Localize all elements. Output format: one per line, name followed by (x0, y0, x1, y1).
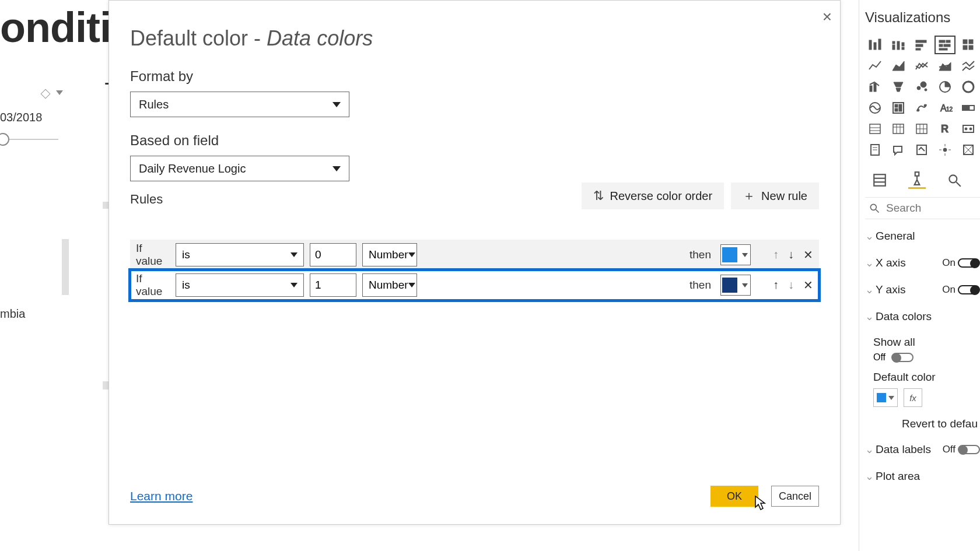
viz-type-icon[interactable] (958, 78, 978, 96)
move-down-icon[interactable]: ↓ (788, 248, 794, 262)
viz-type-icon[interactable] (912, 78, 932, 96)
learn-more-link[interactable]: Learn more (130, 489, 192, 503)
svg-rect-22 (870, 86, 872, 92)
svg-text:12: 12 (946, 106, 953, 113)
color-picker[interactable] (720, 244, 751, 265)
visualizations-title: Visualizations (865, 9, 980, 26)
move-up-icon[interactable]: ↑ (773, 278, 779, 292)
viz-type-icon[interactable] (865, 57, 885, 75)
show-all-toggle[interactable] (891, 353, 914, 362)
format-item-y-axis[interactable]: ⌄ Y axis On (865, 276, 980, 303)
dialog-footer: Learn more OK Cancel (130, 486, 819, 507)
svg-rect-7 (902, 43, 904, 46)
value-type-select[interactable]: Number (362, 273, 417, 297)
viz-type-icon[interactable] (958, 141, 978, 159)
data-labels-toggle[interactable] (958, 445, 980, 454)
reverse-color-order-button[interactable]: ⇅ Reverse color order (582, 183, 724, 209)
svg-marker-25 (896, 88, 901, 92)
viz-type-icon[interactable] (888, 99, 908, 117)
chevron-down-icon (332, 166, 341, 171)
then-label: then (690, 248, 711, 261)
chevron-down-icon: ⌄ (865, 443, 876, 456)
svg-rect-16 (963, 40, 967, 44)
svg-point-37 (924, 104, 926, 107)
cancel-button[interactable]: Cancel (771, 486, 819, 507)
format-item-x-axis[interactable]: ⌄ X axis On (865, 250, 980, 276)
format-tab[interactable] (908, 171, 926, 189)
value-input[interactable] (310, 243, 356, 266)
ok-button[interactable]: OK (710, 486, 758, 507)
revert-to-default[interactable]: Revert to defau (873, 417, 980, 430)
viz-type-icon[interactable] (912, 141, 932, 159)
viz-type-icon[interactable] (912, 99, 932, 117)
svg-rect-17 (969, 40, 973, 44)
viz-type-icon[interactable] (958, 99, 978, 117)
format-search[interactable] (865, 197, 980, 219)
format-item-data-labels[interactable]: ⌄ Data labels Off (865, 436, 980, 463)
viz-type-icon[interactable] (865, 99, 885, 117)
format-item-general[interactable]: ⌄ General (865, 223, 980, 250)
format-item-plot-area[interactable]: ⌄ Plot area (865, 463, 980, 490)
format-by-select[interactable]: Rules (130, 92, 349, 117)
svg-rect-6 (892, 41, 895, 44)
bar-segment (62, 239, 69, 295)
svg-line-74 (956, 182, 961, 187)
value-input[interactable] (310, 273, 356, 297)
new-rule-button[interactable]: ＋ New rule (731, 183, 819, 209)
viz-type-icon[interactable] (958, 120, 978, 138)
svg-point-28 (925, 89, 927, 91)
format-item-data-colors[interactable]: ⌄ Data colors (865, 303, 980, 330)
svg-rect-18 (963, 45, 967, 50)
svg-rect-42 (870, 124, 880, 134)
visualizations-pane: Visualizations A12R ⌄ General ⌄ X axis O… (859, 0, 980, 551)
value-type-select[interactable]: Number (362, 243, 417, 266)
analytics-tab[interactable] (946, 171, 963, 189)
default-color-label: Default color (873, 371, 980, 384)
default-color-picker[interactable] (873, 388, 898, 407)
delete-rule-icon[interactable]: ✕ (803, 278, 813, 292)
chevron-down-icon (888, 396, 894, 400)
viz-type-icon[interactable] (865, 78, 885, 96)
fx-button[interactable]: fx (904, 388, 922, 407)
viz-type-icon[interactable] (935, 57, 955, 75)
search-input[interactable] (886, 202, 962, 215)
viz-type-icon[interactable] (888, 141, 908, 159)
viz-type-icon[interactable] (958, 36, 978, 54)
y-axis-toggle[interactable] (958, 285, 980, 294)
viz-type-icon[interactable] (912, 120, 932, 138)
svg-rect-15 (939, 48, 947, 50)
viz-type-icon[interactable] (888, 120, 908, 138)
delete-rule-icon[interactable]: ✕ (803, 248, 813, 262)
viz-type-icon[interactable] (935, 78, 955, 96)
svg-rect-33 (895, 104, 898, 107)
viz-type-icon[interactable] (935, 141, 955, 159)
svg-text:R: R (941, 123, 949, 135)
viz-type-icon[interactable] (935, 36, 955, 54)
viz-type-icon[interactable] (865, 120, 885, 138)
viz-type-icon[interactable]: A12 (935, 99, 955, 117)
move-up-icon[interactable]: ↑ (773, 248, 779, 262)
svg-rect-41 (963, 106, 970, 110)
viz-type-icon[interactable] (912, 57, 932, 75)
viz-type-icon[interactable] (888, 36, 908, 54)
svg-point-75 (870, 204, 876, 210)
viz-type-icon[interactable]: R (935, 120, 955, 138)
chevron-down-icon: ⌄ (865, 283, 876, 296)
based-on-field-select[interactable]: Daily Revenue Logic (130, 156, 349, 181)
viz-type-icon[interactable] (958, 57, 978, 75)
operator-select[interactable]: is (176, 273, 304, 297)
operator-select[interactable]: is (176, 243, 304, 266)
slider-handle[interactable] (0, 133, 9, 146)
x-axis-toggle[interactable] (958, 258, 980, 268)
close-button[interactable]: × (822, 9, 832, 25)
svg-rect-8 (916, 40, 926, 43)
color-picker[interactable] (720, 275, 751, 296)
move-down-icon[interactable]: ↓ (788, 278, 794, 292)
viz-type-icon[interactable] (888, 78, 908, 96)
viz-type-icon[interactable] (865, 141, 885, 159)
viz-type-icon[interactable] (888, 57, 908, 75)
viz-type-icon[interactable] (865, 36, 885, 54)
fields-tab[interactable] (871, 171, 888, 189)
svg-point-56 (970, 128, 972, 130)
viz-type-icon[interactable] (912, 36, 932, 54)
